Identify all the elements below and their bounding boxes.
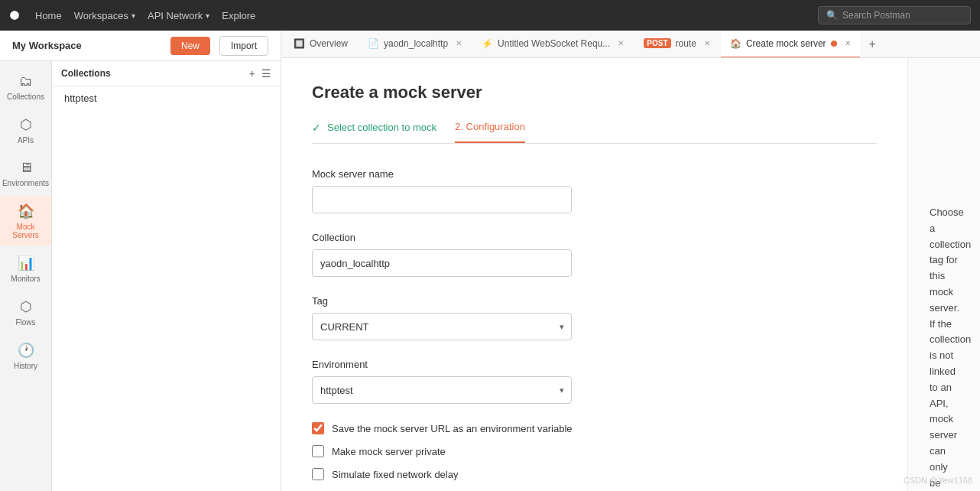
sidebar-item-label: Monitors <box>11 275 40 283</box>
search-input[interactable] <box>842 10 962 21</box>
simulate-delay-label: Simulate fixed network delay <box>332 469 458 480</box>
workspace-name: My Workspace <box>12 40 161 51</box>
simulate-delay-checkbox[interactable] <box>312 468 324 480</box>
collection-group: Collection <box>312 232 877 277</box>
mock-server-name-input[interactable] <box>312 186 572 213</box>
collection-input[interactable] <box>312 249 572 277</box>
nav-home[interactable]: Home <box>35 10 62 21</box>
list-item[interactable]: httptest <box>52 86 281 110</box>
unsaved-dot <box>831 41 837 47</box>
apis-icon: ⬡ <box>20 116 32 133</box>
sidebar-panel-title: Collections <box>61 68 243 79</box>
chevron-down-icon: ▾ <box>206 11 209 20</box>
monitors-icon: 📊 <box>18 255 34 272</box>
nav-api-network[interactable]: API Network▾ <box>148 10 209 21</box>
workspace-header: My Workspace New Import <box>0 31 281 61</box>
tab-label: route <box>676 38 696 49</box>
tag-label: Tag <box>312 295 877 307</box>
add-collection-icon[interactable]: + <box>249 67 255 80</box>
tag-select-wrapper: CURRENT v1 v2 ▾ <box>312 313 572 340</box>
save-url-checkbox[interactable] <box>312 422 324 434</box>
save-url-label: Save the mock server URL as an environme… <box>332 423 573 434</box>
sidebar-item-monitors[interactable]: 📊 Monitors <box>0 249 51 289</box>
sidebar-item-environments[interactable]: 🖥 Environments <box>0 154 51 193</box>
step-select-collection[interactable]: ✓ Select collection to mock <box>312 122 436 143</box>
environment-select[interactable]: httptest No Environment production <box>312 376 572 404</box>
sidebar-item-mock-servers[interactable]: 🏠 Mock Servers <box>0 197 51 246</box>
collection-label: Collection <box>312 232 877 243</box>
checkbox-group: Save the mock server URL as an environme… <box>312 422 877 480</box>
simulate-delay-checkbox-label[interactable]: Simulate fixed network delay <box>312 468 877 480</box>
tabs-bar: 🔲 Overview 📄 yaodn_localhttp ✕ ⚡ Untitle… <box>281 31 980 58</box>
tab-overview[interactable]: 🔲 Overview <box>284 31 357 58</box>
post-badge: POST <box>644 38 670 48</box>
sidebar-panel-actions: + ☰ <box>249 67 271 80</box>
collections-icon: 🗂 <box>19 73 33 89</box>
mock-server-name-group: Mock server name <box>312 168 877 213</box>
tab-create-mock[interactable]: 🏠 Create mock server ✕ <box>721 31 860 58</box>
step-configuration[interactable]: 2. Configuration <box>455 121 525 143</box>
import-button[interactable]: Import <box>219 36 268 56</box>
main-content: Create a mock server ✓ Select collection… <box>281 58 980 491</box>
sidebar-item-history[interactable]: 🕐 History <box>0 336 51 376</box>
overview-icon: 🔲 <box>294 38 305 49</box>
step-label: Select collection to mock <box>327 122 436 133</box>
tab-label: yaodn_localhttp <box>384 38 448 49</box>
tab-websocket[interactable]: ⚡ Untitled WebSocket Requ... ✕ <box>472 31 633 58</box>
wizard-steps: ✓ Select collection to mock 2. Configura… <box>312 121 877 144</box>
tag-group: Tag CURRENT v1 v2 ▾ <box>312 295 877 340</box>
info-panel: Choose a collection tag for this mock se… <box>908 58 980 491</box>
sidebar-panel-header: Collections + ☰ <box>52 61 281 86</box>
sidebar-panel: Collections + ☰ httptest <box>52 61 281 491</box>
form-panel: Create a mock server ✓ Select collection… <box>281 58 908 491</box>
tag-info-block: Choose a collection tag for this mock se… <box>930 205 959 491</box>
tag-info-text: Choose a collection tag for this mock se… <box>930 205 959 491</box>
check-icon: ✓ <box>312 122 321 134</box>
sidebar-item-label: APIs <box>18 136 34 145</box>
sidebar-item-label: Environments <box>2 179 49 187</box>
content-area: 🔲 Overview 📄 yaodn_localhttp ✕ ⚡ Untitle… <box>281 31 980 491</box>
sidebar-item-flows[interactable]: ⬡ Flows <box>0 292 51 333</box>
mock-server-name-label: Mock server name <box>312 168 877 180</box>
nav-workspaces[interactable]: Workspaces▾ <box>74 10 135 21</box>
tab-label: Overview <box>310 38 348 49</box>
sidebar-item-label: Collections <box>7 93 44 101</box>
save-url-checkbox-label[interactable]: Save the mock server URL as an environme… <box>312 422 877 434</box>
mock-tab-icon: 🏠 <box>730 38 741 49</box>
sidebar-item-apis[interactable]: ⬡ APIs <box>0 110 51 151</box>
history-icon: 🕐 <box>18 342 34 359</box>
sidebar-item-collections[interactable]: 🗂 Collections <box>0 67 51 107</box>
new-button[interactable]: New <box>170 37 210 55</box>
sidebar-item-label: Flows <box>15 318 35 327</box>
nav-explore[interactable]: Explore <box>222 10 255 21</box>
top-nav: Home Workspaces▾ API Network▾ Explore 🔍 <box>0 0 980 31</box>
postman-logo-icon <box>9 10 20 21</box>
sidebar-item-label: Mock Servers <box>3 223 48 239</box>
close-icon[interactable]: ✕ <box>456 39 462 47</box>
make-private-checkbox[interactable] <box>312 445 324 457</box>
sidebar-icons: 🗂 Collections ⬡ APIs 🖥 Environments 🏠 Mo… <box>0 61 52 491</box>
main-layout: My Workspace New Import 🗂 Collections ⬡ … <box>0 31 980 491</box>
file-icon: 📄 <box>368 38 379 49</box>
environment-group: Environment httptest No Environment prod… <box>312 359 877 404</box>
websocket-icon: ⚡ <box>482 38 493 49</box>
make-private-checkbox-label[interactable]: Make mock server private <box>312 445 877 457</box>
flows-icon: ⬡ <box>20 298 32 315</box>
add-tab-button[interactable]: + <box>862 37 884 51</box>
app-logo <box>9 10 23 21</box>
filter-icon[interactable]: ☰ <box>261 67 271 80</box>
page-title: Create a mock server <box>312 83 877 102</box>
environment-label: Environment <box>312 359 877 370</box>
environments-icon: 🖥 <box>19 160 33 176</box>
tab-yaodn[interactable]: 📄 yaodn_localhttp ✕ <box>359 31 471 58</box>
search-icon: 🔍 <box>826 10 838 21</box>
make-private-label: Make mock server private <box>332 446 446 457</box>
close-icon[interactable]: ✕ <box>845 39 851 47</box>
tab-label: Untitled WebSocket Requ... <box>498 38 610 49</box>
tag-select[interactable]: CURRENT v1 v2 <box>312 313 572 340</box>
search-bar[interactable]: 🔍 <box>818 6 971 24</box>
close-icon[interactable]: ✕ <box>704 39 710 47</box>
close-icon[interactable]: ✕ <box>618 39 624 47</box>
sidebar-item-label: History <box>14 362 37 370</box>
tab-post-route[interactable]: POST route ✕ <box>634 31 719 58</box>
